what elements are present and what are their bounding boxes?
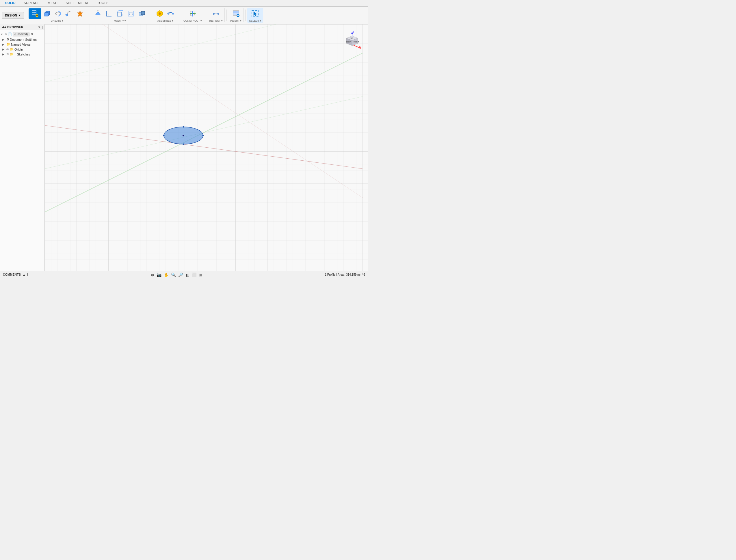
measure-button[interactable] [211,8,221,19]
extrude-button[interactable] [42,8,52,19]
svg-rect-25 [192,11,193,16]
svg-point-22 [168,13,169,14]
display-mode-tool[interactable]: ◧ [186,272,189,277]
create-arrow: ▾ [62,19,63,22]
revolve-button[interactable] [53,8,63,19]
inspect-group: INSPECT ▾ [208,8,225,22]
svg-text:RIGHT: RIGHT [346,41,352,43]
construct-group: CONSTRUCT ▾ [182,8,204,22]
svg-rect-15 [129,12,132,15]
sketches-eye[interactable]: 👁 [6,53,9,56]
zoom-tool[interactable]: 🔍 [171,272,176,277]
tree-sketches[interactable]: ▶ 👁 📁 ··· Sketches [0,52,45,57]
new-component-icon [31,10,39,17]
tree-named-views[interactable]: ▶ 📁 Named Views [0,42,45,47]
sketches-folder: 📁 [10,52,14,56]
view-cube[interactable]: Z X TOP FRONT RIGHT [342,30,362,50]
sep1 [89,10,89,21]
construct-label[interactable]: CONSTRUCT ▾ [184,19,202,22]
insert-label[interactable]: INSERT ▾ [230,19,242,22]
sweep-button[interactable] [64,8,74,19]
design-label: DESIGN [5,14,17,17]
browser-panel: ◀◀ BROWSER ▼ | ▼ 👁 📄 (Unsaved) ⚙ ▶ [0,24,45,271]
browser-controls: ▼ | [38,25,43,29]
doc-settings-expander[interactable]: ▶ [2,38,6,41]
tab-surface[interactable]: SURFACE [20,0,44,6]
inspect-label[interactable]: INSPECT ▾ [210,19,223,22]
svg-rect-16 [128,11,134,16]
browser-close[interactable]: | [42,25,43,29]
press-pull-button[interactable] [93,8,103,19]
browser-header: ◀◀ BROWSER ▼ | [0,24,45,30]
doc-settings-gear: ⚙ [6,38,9,41]
motion-link-button[interactable] [166,8,176,19]
bottom-comments-label: COMMENTS [3,273,21,276]
assemble-group: ASSEMBLE ▾ [153,8,178,22]
tab-tools[interactable]: TOOLS [93,0,113,6]
root-folder-icon: 📄 [8,32,12,36]
tree-origin[interactable]: ▶ 👁 📁 Origin [0,47,45,52]
extrude-icon [43,10,51,17]
tree-doc-settings[interactable]: ▶ ⚙ Document Settings [0,37,45,42]
named-views-expander[interactable]: ▶ [2,43,6,46]
scale-button[interactable] [126,8,136,19]
select-label[interactable]: SELECT ▾ [249,19,261,22]
comments-pin[interactable]: | [27,273,28,276]
root-eye[interactable]: 👁 [5,33,8,36]
fillet-icon [105,10,113,17]
named-views-folder: 📁 [6,42,10,46]
svg-text:FRONT: FRONT [354,41,359,43]
orbit-tool[interactable]: ⊕ [151,272,154,277]
origin-label: Origin [14,48,23,51]
tab-mesh[interactable]: MESH [44,0,62,6]
pattern-button[interactable] [75,8,85,19]
pattern-icon [76,10,84,17]
camera-tool[interactable]: 📷 [157,272,162,277]
sketches-dots: ··· [14,53,16,55]
sep4 [206,10,206,21]
svg-text:X: X [359,47,361,49]
insert-group: INSERT ▾ [229,8,244,22]
tab-solid[interactable]: SOLID [1,0,20,6]
root-expander[interactable]: ▼ [1,33,4,36]
tab-sheet-metal[interactable]: SHEET METAL [62,0,93,6]
grid-svg [45,24,368,271]
origin-expander[interactable]: ▶ [2,48,6,51]
doc-settings-label: Document Settings [10,38,37,41]
combine-button[interactable] [137,8,147,19]
new-component-button[interactable] [29,8,41,19]
browser-title: ◀◀ BROWSER [2,26,23,29]
grid-tool[interactable]: ⊞ [199,272,202,277]
root-label: (Unsaved) [14,33,28,36]
revolve-icon [54,10,62,17]
modify-label[interactable]: MODIFY ▾ [114,19,126,22]
joint-button[interactable] [155,8,165,19]
bottom-center-tools: ⊕ 📷 ✋ 🔍 🔎 ◧ ⬜ ⊞ [151,272,202,277]
insert-button[interactable] [231,8,241,19]
svg-rect-19 [141,11,145,15]
fillet-button[interactable] [104,8,114,19]
tree-root[interactable]: ▼ 👁 📄 (Unsaved) ⚙ [0,31,45,37]
pan-tool[interactable]: ✋ [164,272,169,277]
shell-button[interactable] [115,8,125,19]
svg-line-17 [134,10,135,11]
assemble-label[interactable]: ASSEMBLE ▾ [157,19,173,22]
sep5 [227,10,227,21]
collapse-arrows[interactable]: ◀◀ [2,26,6,29]
sketches-expander[interactable]: ▶ [2,53,6,56]
environment-tool[interactable]: ⬜ [192,272,197,277]
zoom-out-tool[interactable]: 🔎 [178,272,183,277]
root-settings-icon[interactable]: ⚙ [31,33,33,36]
comments-expand[interactable]: ▲ [23,273,25,276]
design-button[interactable]: DESIGN ▼ [2,12,24,19]
viewport[interactable]: Z X TOP FRONT RIGHT [45,24,368,271]
browser-tree: ▼ 👁 📄 (Unsaved) ⚙ ▶ ⚙ Document Settings … [0,30,45,271]
construct-button[interactable] [188,8,198,19]
origin-folder: 📁 [10,47,14,51]
select-button[interactable] [250,8,260,19]
browser-pin[interactable]: ▼ [38,25,41,29]
create-label[interactable]: CREATE ▾ [51,19,63,22]
svg-point-21 [159,12,161,15]
svg-rect-14 [117,12,121,16]
origin-eye[interactable]: 👁 [6,48,9,51]
